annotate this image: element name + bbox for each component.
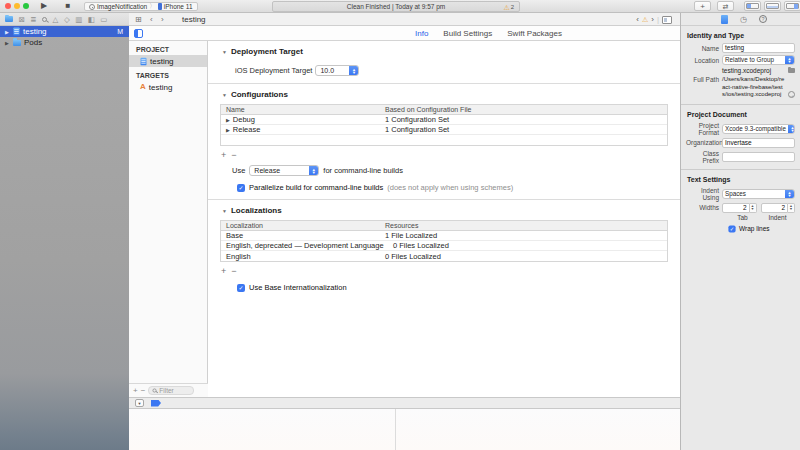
toggle-projects-list-icon[interactable] — [134, 29, 143, 38]
tab-width-field[interactable]: 2 — [722, 203, 750, 213]
column-header-based-on[interactable]: Based on Configuration File — [381, 106, 667, 113]
remove-configuration-button[interactable]: − — [231, 150, 241, 160]
tab-width-stepper[interactable]: ▲▼ — [750, 203, 757, 213]
section-configurations[interactable]: ▼ Configurations — [208, 84, 680, 99]
project-navigator-icon[interactable] — [5, 16, 13, 22]
stop-button[interactable]: ■ — [62, 1, 74, 11]
filter-input[interactable]: Filter — [148, 386, 194, 395]
go-forward-icon[interactable]: › — [161, 15, 164, 24]
name-field[interactable]: testing — [722, 43, 795, 53]
file-name-value: testing.xcodeproj — [722, 67, 771, 74]
next-issue-icon[interactable]: › — [651, 15, 654, 24]
disclosure-icon[interactable]: ▶ — [5, 40, 10, 46]
row-disclosure-icon[interactable]: ▶ — [226, 127, 230, 133]
navigator-item-pods[interactable]: ▶ Pods — [0, 37, 129, 48]
tab-title[interactable]: testing — [182, 15, 206, 24]
section-disclosure-icon[interactable]: ▼ — [222, 92, 227, 98]
organization-field[interactable]: Invertase — [722, 138, 795, 148]
scheme-selector[interactable]: ImageNotification 〉 iPhone 11 — [84, 2, 198, 11]
library-add-button[interactable]: + — [694, 1, 711, 11]
section-disclosure-icon[interactable]: ▼ — [222, 49, 227, 55]
debug-area-disclosure-icon[interactable]: ▼ — [135, 399, 144, 407]
section-localizations[interactable]: ▼ Localizations — [208, 200, 680, 215]
parallelize-checkbox[interactable]: ✓ — [237, 184, 245, 192]
toggle-debug-area-button[interactable] — [764, 1, 781, 11]
section-disclosure-icon[interactable]: ▼ — [222, 208, 227, 214]
warning-badge[interactable]: ⚠ 2 — [503, 2, 514, 12]
disclosure-icon[interactable]: ▶ — [5, 29, 10, 35]
run-button[interactable]: ▶ — [38, 1, 50, 11]
location-popup[interactable]: Relative to Group ▲▼ — [722, 55, 795, 65]
quick-help-inspector-icon[interactable]: ? — [759, 15, 767, 23]
tab-info[interactable]: Info — [415, 29, 428, 38]
source-control-status-badge: M — [117, 28, 123, 35]
editor-options-icon[interactable] — [662, 16, 672, 24]
column-header-name[interactable]: Name — [221, 106, 381, 113]
issue-navigator-icon[interactable]: △ — [53, 15, 59, 24]
warning-count: 2 — [511, 4, 514, 10]
remove-target-button[interactable]: − — [141, 386, 146, 395]
open-in-finder-icon[interactable]: → — [788, 91, 795, 98]
navigator-item-testing[interactable]: ▶ testing M — [0, 26, 129, 37]
indent-width-field[interactable]: 2 — [761, 203, 789, 213]
table-row[interactable]: English, deprecated — Development Langua… — [221, 241, 667, 251]
debug-navigator-icon[interactable]: ▥ — [75, 15, 82, 24]
zoom-window-button[interactable] — [23, 3, 29, 9]
ios-deployment-target-popup[interactable]: 10.0 ▲▼ — [315, 65, 359, 76]
row-disclosure-icon[interactable]: ▶ — [226, 117, 230, 123]
project-format-popup[interactable]: Xcode 9.3-compatible ▲▼ — [722, 124, 795, 134]
minimize-window-button[interactable] — [14, 3, 20, 9]
add-configuration-button[interactable]: + — [221, 150, 231, 160]
breakpoint-navigator-icon[interactable]: ◧ — [88, 15, 95, 24]
tab-build-settings[interactable]: Build Settings — [443, 29, 492, 38]
choose-location-folder-icon[interactable] — [788, 68, 795, 73]
find-navigator-icon[interactable] — [42, 17, 47, 22]
table-row[interactable]: Base 1 File Localized — [221, 231, 667, 241]
configurations-table: Name Based on Configuration File ▶Debug … — [220, 104, 668, 146]
command-line-config-popup[interactable]: Release ▲▼ — [249, 165, 319, 176]
report-navigator-icon[interactable]: ▭ — [100, 15, 107, 24]
config-value: 1 Configuration Set — [381, 115, 667, 124]
tab-overview-icon[interactable]: ⊞ — [135, 15, 142, 24]
toggle-navigator-button[interactable] — [744, 1, 761, 11]
code-review-button[interactable]: ⇄ — [717, 1, 734, 11]
base-internationalization-checkbox[interactable]: ✓ — [237, 284, 245, 292]
table-row[interactable]: ▶Release 1 Configuration Set — [221, 125, 667, 135]
wrap-lines-checkbox[interactable]: ✓ — [728, 225, 735, 232]
close-window-button[interactable] — [5, 3, 11, 9]
section-deployment-target[interactable]: ▼ Deployment Target — [208, 41, 680, 56]
previous-issue-icon[interactable]: ‹ — [636, 15, 639, 24]
use-suffix-label: for command-line builds — [323, 166, 403, 175]
class-prefix-field[interactable] — [722, 152, 795, 162]
add-localization-button[interactable]: + — [221, 266, 231, 276]
column-header-resources[interactable]: Resources — [381, 222, 667, 229]
localization-name: Base — [221, 231, 381, 240]
filter-search-icon — [153, 389, 157, 393]
indent-width-stepper[interactable]: ▲▼ — [788, 203, 795, 213]
identity-section-title: Identity and Type — [686, 29, 795, 41]
indent-using-popup[interactable]: Spaces ▲▼ — [722, 189, 795, 199]
test-navigator-icon[interactable]: ◇ — [64, 15, 70, 24]
history-inspector-icon[interactable]: ◷ — [740, 15, 747, 24]
go-back-icon[interactable]: ‹ — [150, 15, 153, 24]
remove-localization-button[interactable]: − — [231, 266, 241, 276]
add-target-button[interactable]: + — [133, 386, 138, 395]
breakpoints-toggle-icon[interactable] — [151, 400, 161, 407]
target-item-testing[interactable]: A testing — [129, 81, 207, 93]
column-header-localization[interactable]: Localization — [221, 222, 381, 229]
full-path-value: /Users/kans/Desktop/react-native-firebas… — [722, 76, 784, 97]
file-inspector-icon[interactable] — [721, 15, 728, 24]
symbol-navigator-icon[interactable]: ≣ — [30, 15, 36, 24]
popup-value: Xcode 9.3-compatible — [723, 125, 788, 133]
project-item-testing[interactable]: testing — [129, 55, 207, 67]
debug-area-divider[interactable] — [395, 409, 396, 450]
ios-deployment-target-label: iOS Deployment Target — [235, 66, 312, 75]
table-row[interactable]: ▶Debug 1 Configuration Set — [221, 115, 667, 125]
toggle-inspector-button[interactable] — [784, 1, 800, 11]
source-control-navigator-icon[interactable]: ⊠ — [19, 15, 25, 24]
tab-swift-packages[interactable]: Swift Packages — [507, 29, 562, 38]
popup-chevrons-icon: ▲▼ — [785, 56, 794, 64]
table-row[interactable]: English 0 Files Localized — [221, 251, 667, 261]
filter-placeholder: Filter — [159, 387, 173, 394]
issue-warning-icon[interactable]: ⚠ — [642, 16, 648, 23]
